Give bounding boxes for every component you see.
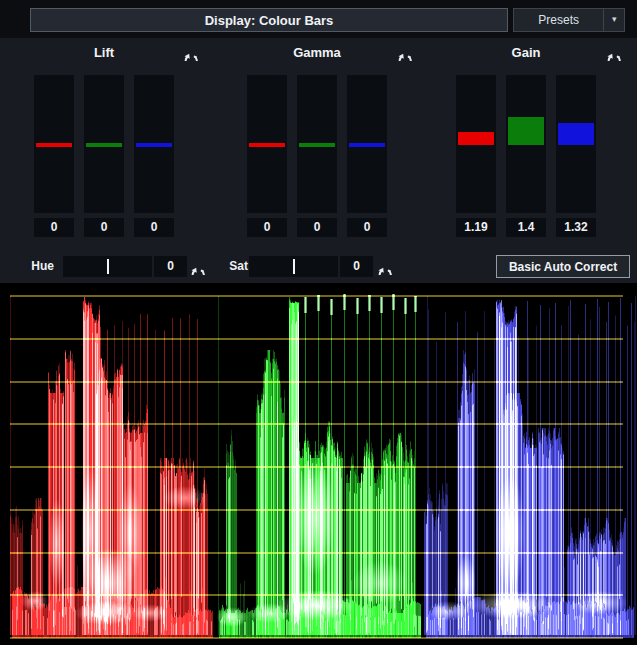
lift-green-value: 0 — [84, 218, 124, 237]
section-label-gamma: Gamma — [277, 45, 357, 61]
gain-green-handle[interactable] — [508, 117, 544, 145]
reset-icon — [605, 43, 623, 61]
gamma-blue-value: 0 — [347, 218, 387, 237]
lift-blue-slider[interactable] — [134, 75, 174, 213]
lift-red-slider[interactable] — [34, 75, 74, 213]
hue-label: Hue — [26, 256, 54, 277]
gain-blue-value: 1.32 — [556, 218, 596, 237]
sat-reset-button[interactable] — [376, 257, 394, 275]
gamma-green-value: 0 — [297, 218, 337, 237]
gamma-red-slider[interactable] — [247, 75, 287, 213]
sat-slider[interactable] — [249, 256, 338, 277]
top-toolbar: Display: Colour Bars Presets ▾ — [0, 0, 637, 38]
lift-reset-button[interactable] — [182, 43, 200, 61]
section-label-gain: Gain — [486, 45, 566, 61]
lift-green-slider[interactable] — [84, 75, 124, 213]
gain-red-handle[interactable] — [458, 132, 494, 145]
sat-label: Sat — [222, 256, 248, 277]
basic-auto-correct-button[interactable]: Basic Auto Correct — [496, 255, 630, 278]
lift-green-handle[interactable] — [86, 143, 122, 147]
gamma-blue-slider[interactable] — [347, 75, 387, 213]
gamma-red-handle[interactable] — [249, 143, 285, 147]
gain-blue-slider[interactable] — [556, 75, 596, 213]
colour-correction-window: Display: Colour Bars Presets ▾ Basic Aut… — [0, 0, 637, 645]
gain-green-slider[interactable] — [506, 75, 546, 213]
lift-red-handle[interactable] — [36, 143, 72, 147]
hue-value: 0 — [154, 256, 187, 277]
gamma-green-slider[interactable] — [297, 75, 337, 213]
presets-dropdown-arrow[interactable]: ▾ — [603, 9, 624, 31]
gamma-blue-handle[interactable] — [349, 143, 385, 147]
reset-icon — [376, 257, 394, 275]
gain-blue-handle[interactable] — [558, 123, 594, 145]
gain-green-value: 1.4 — [506, 218, 546, 237]
caret-down-icon: ▾ — [612, 14, 617, 24]
reset-icon — [396, 43, 414, 61]
gamma-red-value: 0 — [247, 218, 287, 237]
hue-reset-button[interactable] — [189, 257, 207, 275]
display-mode-button[interactable]: Display: Colour Bars — [30, 8, 508, 32]
gamma-green-handle[interactable] — [299, 143, 335, 147]
gamma-reset-button[interactable] — [396, 43, 414, 61]
presets-button[interactable]: Presets — [514, 9, 603, 31]
lift-red-value: 0 — [34, 218, 74, 237]
gain-reset-button[interactable] — [605, 43, 623, 61]
section-label-lift: Lift — [64, 45, 144, 61]
presets-dropdown[interactable]: Presets ▾ — [513, 8, 625, 32]
lift-blue-handle[interactable] — [136, 143, 172, 147]
hue-slider-handle[interactable] — [107, 259, 109, 274]
lift-blue-value: 0 — [134, 218, 174, 237]
hue-slider[interactable] — [63, 256, 152, 277]
controls-panel: Basic Auto Correct Lift000Gamma000Gain1.… — [0, 38, 637, 283]
waveform-display — [0, 283, 637, 645]
reset-icon — [189, 257, 207, 275]
gain-red-value: 1.19 — [456, 218, 496, 237]
reset-icon — [182, 43, 200, 61]
sat-slider-handle[interactable] — [293, 259, 295, 274]
gain-red-slider[interactable] — [456, 75, 496, 213]
sat-value: 0 — [340, 256, 373, 277]
